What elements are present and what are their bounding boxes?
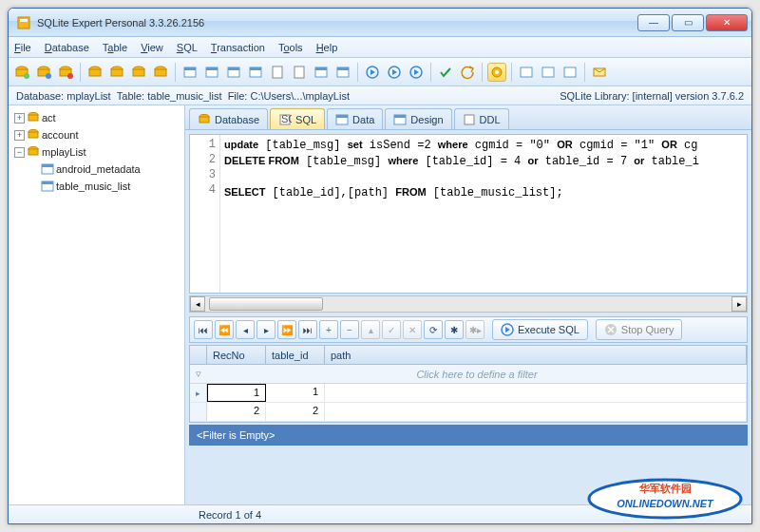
- tree-item-table-music-list[interactable]: table_music_list: [10, 178, 182, 195]
- tb-rollback[interactable]: [458, 63, 477, 82]
- menu-tools[interactable]: Tools: [278, 42, 303, 53]
- menu-table[interactable]: Table: [103, 42, 127, 53]
- nav-refresh[interactable]: ⟳: [424, 320, 443, 339]
- tb-export2[interactable]: [539, 63, 558, 82]
- menu-help[interactable]: Help: [316, 42, 338, 53]
- tab-ddl[interactable]: DDL: [454, 108, 509, 129]
- menu-database[interactable]: Database: [45, 42, 89, 53]
- tb-new-db[interactable]: [12, 63, 31, 82]
- tb-db4[interactable]: [86, 63, 104, 82]
- cell-table-id[interactable]: 1: [266, 384, 325, 402]
- tb-commit[interactable]: [436, 63, 455, 82]
- tb-table6[interactable]: [333, 63, 352, 82]
- col-table-id[interactable]: table_id: [266, 346, 325, 364]
- svg-point-37: [495, 70, 499, 74]
- nav-cancel[interactable]: ✕: [403, 320, 422, 339]
- execute-sql-button[interactable]: Execute SQL: [492, 319, 588, 340]
- nav-prev-page[interactable]: ⏪: [215, 320, 234, 339]
- grid-filter-row[interactable]: ▿ Click here to define a filter: [190, 365, 747, 384]
- filter-icon[interactable]: ▿: [190, 368, 207, 380]
- tab-sql[interactable]: SQLSQL: [270, 108, 325, 129]
- nav-bookmark[interactable]: ✱: [445, 320, 464, 339]
- database-icon: [27, 145, 40, 159]
- grid-row[interactable]: ▸ 1 1: [190, 384, 747, 403]
- tree-item-android-metadata[interactable]: android_metadata: [10, 161, 182, 178]
- stop-query-button[interactable]: Stop Query: [596, 319, 683, 340]
- nav-edit[interactable]: ▴: [361, 320, 380, 339]
- tb-export3[interactable]: [560, 63, 580, 82]
- nav-prev[interactable]: ◂: [236, 320, 255, 339]
- svg-rect-27: [273, 66, 282, 78]
- cell-table-id[interactable]: 2: [266, 403, 325, 421]
- db-tree[interactable]: + act + account − mplayList android_meta…: [9, 105, 185, 504]
- close-button[interactable]: ✕: [706, 14, 748, 31]
- results-grid[interactable]: RecNo table_id path ▿ Click here to defi…: [189, 345, 748, 423]
- tb-table3[interactable]: [224, 63, 243, 82]
- filter-hint[interactable]: Click here to define a filter: [207, 369, 747, 380]
- tb-settings[interactable]: [487, 63, 506, 82]
- tree-item-account[interactable]: + account: [10, 126, 182, 143]
- tb-doc1[interactable]: [268, 63, 287, 82]
- tb-mail[interactable]: [590, 63, 609, 82]
- nav-first[interactable]: ⏮: [194, 320, 213, 339]
- tb-exec1[interactable]: [363, 63, 382, 82]
- grid-row[interactable]: 2 2: [190, 403, 747, 422]
- nav-next-page[interactable]: ⏩: [277, 320, 296, 339]
- expand-icon[interactable]: +: [14, 130, 25, 141]
- infobar-library: SQLite Library: [internal] version 3.7.6…: [560, 90, 744, 102]
- tb-db7[interactable]: [151, 63, 170, 82]
- tab-design[interactable]: Design: [385, 108, 451, 129]
- nav-post[interactable]: ✓: [382, 320, 401, 339]
- nav-insert[interactable]: +: [319, 320, 338, 339]
- tree-item-mplaylist[interactable]: − mplayList: [10, 143, 182, 161]
- horizontal-scrollbar[interactable]: ◂ ▸: [189, 295, 748, 313]
- sql-code[interactable]: update [table_msg] set isSend =2 where c…: [220, 135, 747, 293]
- tb-exec3[interactable]: [407, 63, 426, 82]
- menu-sql[interactable]: SQL: [177, 42, 198, 53]
- tab-data[interactable]: Data: [327, 108, 383, 129]
- svg-rect-53: [200, 117, 209, 123]
- tb-doc2[interactable]: [290, 63, 309, 82]
- tb-db5[interactable]: [107, 63, 126, 82]
- tb-db6[interactable]: [129, 63, 148, 82]
- svg-rect-28: [294, 66, 304, 78]
- nav-goto[interactable]: ✱▸: [466, 320, 484, 339]
- tree-item-act[interactable]: + act: [10, 109, 182, 126]
- tree-label: android_metadata: [56, 163, 141, 175]
- cell-path[interactable]: [325, 384, 747, 402]
- col-path[interactable]: path: [325, 346, 747, 364]
- tb-table5[interactable]: [312, 63, 331, 82]
- maximize-button[interactable]: ▭: [672, 14, 704, 31]
- tb-open-db[interactable]: [34, 63, 53, 82]
- scroll-left-icon[interactable]: ◂: [190, 296, 205, 312]
- svg-rect-45: [28, 132, 38, 138]
- tb-table1[interactable]: [180, 63, 200, 82]
- expand-icon[interactable]: +: [14, 113, 25, 124]
- nav-last[interactable]: ⏭: [298, 320, 317, 339]
- tb-close-db[interactable]: [56, 63, 75, 82]
- menu-file[interactable]: File: [14, 42, 31, 53]
- sql-editor[interactable]: 1234 update [table_msg] set isSend =2 wh…: [189, 134, 748, 294]
- menu-transaction[interactable]: Transaction: [211, 42, 265, 53]
- tab-database[interactable]: Database: [189, 108, 268, 129]
- tb-table4[interactable]: [246, 63, 265, 82]
- cell-recno[interactable]: 1: [207, 384, 266, 402]
- scroll-right-icon[interactable]: ▸: [732, 296, 747, 312]
- filter-status-bar[interactable]: <Filter is Empty>: [189, 425, 748, 446]
- infobar-file: File: C:\Users\...\mplayList: [228, 90, 350, 102]
- scroll-thumb[interactable]: [209, 297, 323, 311]
- minimize-button[interactable]: —: [637, 14, 670, 31]
- collapse-icon[interactable]: −: [14, 147, 25, 158]
- tb-exec2[interactable]: [385, 63, 404, 82]
- cell-recno[interactable]: 2: [207, 403, 266, 421]
- main-toolbar: [9, 58, 751, 86]
- col-recno[interactable]: RecNo: [207, 346, 266, 364]
- tb-export1[interactable]: [517, 63, 536, 82]
- tb-table2[interactable]: [202, 63, 221, 82]
- svg-rect-0: [18, 17, 29, 28]
- cell-path[interactable]: [325, 403, 747, 421]
- menu-view[interactable]: View: [141, 42, 163, 53]
- titlebar[interactable]: SQLite Expert Personal 3.3.26.2156 — ▭ ✕: [9, 9, 751, 37]
- nav-next[interactable]: ▸: [256, 320, 276, 339]
- nav-delete[interactable]: −: [340, 320, 359, 339]
